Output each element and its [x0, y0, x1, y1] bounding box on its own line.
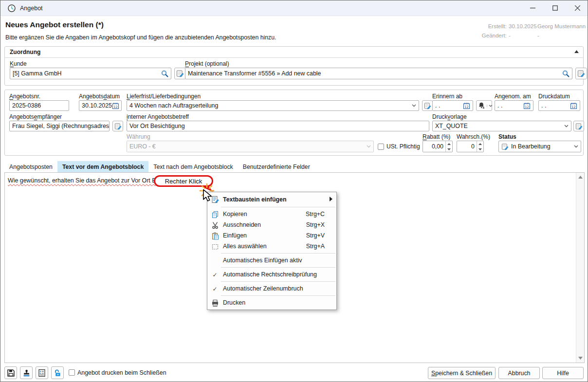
kunde-label: Kunde: [10, 60, 27, 67]
menu-separator: [221, 295, 335, 296]
minimize-button[interactable]: [521, 0, 544, 16]
created-date: 30.10.2025: [509, 23, 537, 29]
spin-up-icon[interactable]: [477, 141, 483, 146]
erinnern-ab-input[interactable]: . . 12: [432, 100, 473, 111]
menu-item-5[interactable]: Alles auswählenStrg+A: [207, 241, 336, 252]
editor-text: Wie gewünscht, erhalten Sie das Angebot …: [8, 177, 163, 184]
chevron-down-icon: [367, 145, 371, 148]
tab-2[interactable]: Text nach dem Angebotsblock: [148, 161, 238, 172]
help-button[interactable]: Hilfe: [542, 367, 584, 379]
spin-down-icon[interactable]: [446, 146, 452, 152]
edit-note-icon: [114, 123, 122, 130]
spin-up-icon[interactable]: [446, 141, 452, 146]
form-iconbutton[interactable]: [36, 366, 48, 379]
projekt-value: Maintenance Transformer #5556 » Add new …: [188, 70, 321, 77]
calendar-icon[interactable]: 12: [112, 102, 119, 109]
menu-separator: [221, 207, 335, 207]
betreff-input[interactable]: Vor Ort Besichtigung: [127, 121, 429, 131]
tab-1[interactable]: Text vor dem Angebotsblock: [57, 161, 148, 172]
menu-item-0[interactable]: Textbaustein einfügen: [207, 194, 336, 205]
menu-item-7[interactable]: Automatisches Einfügen aktiv: [207, 255, 336, 266]
spin-down-icon[interactable]: [477, 146, 483, 152]
lieferfrist-edit-button[interactable]: [422, 100, 433, 111]
status-label: Status: [498, 133, 516, 140]
lieferfrist-combobox[interactable]: 4 Wochen nach Auftragserteilung: [127, 100, 419, 111]
cut-icon: [211, 221, 219, 229]
projekt-edit-button[interactable]: [575, 68, 587, 79]
svg-text:12: 12: [525, 105, 529, 109]
copy-icon: [211, 210, 219, 218]
modified-date: -: [509, 33, 511, 38]
close-button[interactable]: [566, 0, 588, 16]
druckvorlage-edit-button[interactable]: [573, 121, 584, 131]
collapse-icon[interactable]: [574, 50, 579, 53]
lieferfrist-value: 4 Wochen nach Auftragserteilung: [129, 102, 218, 109]
save-close-button[interactable]: Speichern & Schließen: [428, 367, 496, 379]
angebotsnr-label: Angebotsnr.: [9, 93, 40, 100]
maximize-button[interactable]: [544, 0, 566, 16]
reminder-split-button[interactable]: [476, 100, 492, 111]
rabatt-spinner[interactable]: 0,00: [423, 141, 453, 152]
tab-0[interactable]: Angebotsposten: [4, 161, 57, 172]
druckdatum-label: Druckdatum: [538, 93, 570, 100]
angenommen-am-input[interactable]: . . 12: [495, 100, 533, 111]
zuordnung-title: Zuordnung: [10, 49, 40, 55]
chevron-down-icon: [109, 125, 110, 127]
cancel-button[interactable]: Abbruch: [498, 367, 540, 379]
angebotsempfaenger-select[interactable]: Frau Siegel, Siggi (Rechnungsadres: [9, 121, 110, 131]
druckdatum-input[interactable]: . . 12: [538, 100, 580, 111]
search-icon[interactable]: [161, 70, 168, 77]
stamp-iconbutton[interactable]: [20, 366, 33, 379]
angebotsdatum-input[interactable]: 30.10.2025 12: [79, 100, 122, 111]
menu-item-label: Ausschneiden: [223, 221, 261, 228]
ust-pflichtig-checkbox[interactable]: [378, 144, 384, 150]
scroll-down-icon[interactable]: [578, 357, 583, 360]
wahrsch-value: 0: [457, 143, 477, 150]
projekt-input[interactable]: Maintenance Transformer #5556 » Add new …: [185, 68, 572, 79]
spinner-arrows[interactable]: [445, 141, 452, 152]
window-title: Angebot: [20, 0, 43, 16]
tab-3[interactable]: Benutzerdefinierte Felder: [238, 161, 315, 172]
menu-separator: [221, 267, 335, 268]
chevron-down-icon[interactable]: [487, 105, 493, 107]
calendar-icon[interactable]: 12: [570, 102, 577, 109]
calendar-icon[interactable]: 12: [463, 102, 470, 109]
angebotsempfaenger-edit-button[interactable]: [112, 121, 123, 131]
scroll-up-icon[interactable]: [578, 176, 583, 179]
wahrsch-spinner[interactable]: 0: [457, 141, 484, 152]
print-on-close-checkbox[interactable]: [69, 369, 75, 376]
edit-note-icon: [424, 102, 431, 109]
angebotsnr-value: 2025-0386: [12, 102, 41, 109]
chevron-down-icon: [574, 145, 578, 148]
kunde-edit-button[interactable]: [174, 68, 186, 79]
title-bar: Angebot: [0, 0, 588, 16]
unlock-iconbutton[interactable]: [51, 366, 64, 379]
menu-item-3[interactable]: AusschneidenStrg+X: [207, 219, 336, 230]
menu-item-11[interactable]: ✓Automatischer Zeilenumbruch: [207, 283, 336, 294]
druckvorlage-combobox[interactable]: XT_QUOTE: [432, 121, 571, 131]
spinner-arrows[interactable]: [477, 141, 483, 152]
angebotsempfaenger-value: Frau Siegel, Siggi (Rechnungsadres: [12, 123, 109, 129]
menu-item-2[interactable]: KopierenStrg+C: [207, 209, 336, 219]
search-icon[interactable]: [562, 70, 570, 77]
menu-item-4[interactable]: EinfügenStrg+V: [207, 230, 336, 241]
status-value: In Bearbeitung: [511, 143, 551, 150]
vertical-scrollbar[interactable]: [576, 173, 584, 363]
calendar-icon[interactable]: 12: [523, 102, 531, 109]
menu-item-13[interactable]: Drucken: [207, 297, 336, 308]
kunde-input[interactable]: [5] Gamma GmbH: [10, 68, 171, 79]
rabatt-label: Rabatt (%): [423, 133, 450, 140]
status-combobox[interactable]: In Bearbeitung: [498, 141, 581, 152]
druckvorlage-label: Druckvorlage: [432, 113, 467, 120]
save-iconbutton[interactable]: [4, 366, 17, 379]
tab-bar: AngebotspostenText vor dem Angebotsblock…: [4, 161, 315, 172]
paste-icon: [211, 232, 219, 240]
close-icon: [575, 5, 580, 11]
waehrung-value: EURO - €: [129, 143, 156, 150]
waehrung-label: Währung: [127, 133, 150, 140]
angebot-window: Angebot Neues Angebot erstellen (*) Bitt…: [0, 0, 588, 382]
angebotsnr-input[interactable]: 2025-0386: [9, 100, 69, 111]
menu-item-label: Automatische Rechtschreibprüfung: [223, 271, 317, 278]
menu-item-shortcut: Strg+C: [306, 211, 331, 218]
menu-item-9[interactable]: ✓Automatische Rechtschreibprüfung: [207, 269, 336, 280]
